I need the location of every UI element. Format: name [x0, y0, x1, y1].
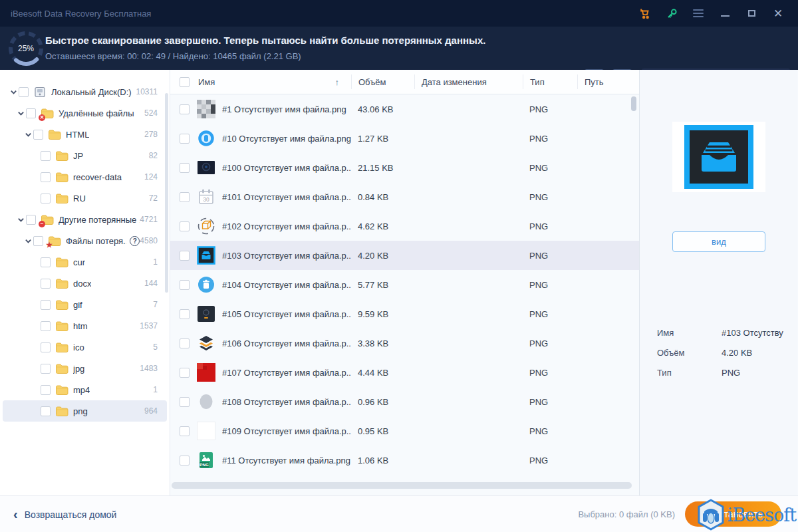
file-name-cell: #1 Отсутствует имя файла.png — [170, 100, 351, 118]
folder-checkbox[interactable] — [41, 172, 51, 182]
chevron-down-icon[interactable] — [8, 86, 19, 97]
sidebar-item-другие-потерянные-[interactable]: −Другие потерянные ...4721 — [3, 209, 167, 230]
file-checkbox[interactable] — [180, 134, 190, 144]
vertical-scrollbar[interactable] — [631, 96, 636, 111]
sidebar-item-удал-нные-файлы[interactable]: ✕Удалённые файлы524 — [3, 102, 167, 124]
folder-checkbox[interactable] — [26, 108, 36, 118]
folder-checkbox[interactable] — [41, 364, 51, 374]
sidebar-item-файлы-потеря-[interactable]: ★Файлы потеря...?4580 — [3, 230, 167, 251]
table-row[interactable]: #104 Отсутствует имя файла.p...5.77 KBPN… — [170, 270, 639, 299]
file-name-cell: #100 Отсутствует имя файла.p... — [170, 158, 351, 177]
table-row[interactable]: #106 Отсутствует имя файла.p...3.38 KBPN… — [170, 329, 639, 358]
file-checkbox[interactable] — [180, 280, 190, 290]
column-header-path[interactable]: Путь — [577, 74, 640, 89]
file-checkbox[interactable] — [180, 251, 190, 261]
table-row[interactable]: PNG#11 Отсутствует имя файла.png1.06 KBP… — [170, 446, 639, 475]
sidebar-item-jp[interactable]: JP82 — [3, 145, 167, 166]
file-checkbox[interactable] — [180, 309, 190, 319]
file-type: PNG — [523, 192, 577, 202]
file-checkbox[interactable] — [180, 397, 190, 407]
folder-checkbox[interactable] — [33, 130, 43, 140]
sidebar-item-ru[interactable]: RU72 — [3, 188, 167, 209]
folder-checkbox[interactable] — [19, 87, 29, 97]
column-header-name[interactable]: Имя ↑ — [170, 74, 351, 89]
red-square-thumbnail — [197, 363, 215, 382]
column-header-type[interactable]: Тип — [523, 74, 577, 89]
folder-label: Удалённые файлы — [59, 108, 134, 118]
file-checkbox[interactable] — [180, 221, 190, 231]
sidebar-item-png[interactable]: png964 — [3, 400, 167, 422]
sidebar-scrollbar[interactable] — [165, 93, 168, 293]
table-row[interactable]: #10 Отсутствует имя файла.png1.27 KBPNG — [170, 124, 639, 153]
file-checkbox[interactable] — [180, 338, 190, 348]
file-type: PNG — [523, 104, 577, 114]
chevron-spacer — [30, 172, 41, 182]
table-row[interactable]: #108 Отсутствует имя файла.p...0.96 KBPN… — [170, 387, 639, 416]
sidebar-item-docx[interactable]: docx144 — [3, 273, 167, 294]
folder-checkbox[interactable] — [41, 406, 51, 416]
folder-checkbox[interactable] — [41, 342, 51, 352]
folder-checkbox[interactable] — [26, 215, 36, 225]
folder-checkbox[interactable] — [33, 236, 43, 246]
table-row[interactable]: #105 Отсутствует имя файла.p...9.59 KBPN… — [170, 299, 639, 329]
chevron-left-icon: ‹ — [13, 507, 18, 521]
folder-checkbox[interactable] — [41, 300, 51, 310]
horizontal-scrollbar[interactable] — [172, 482, 632, 489]
inbox-app-thumbnail — [197, 246, 215, 265]
help-icon[interactable]: ? — [130, 236, 140, 246]
key-icon[interactable] — [665, 7, 678, 20]
view-button[interactable]: вид — [672, 231, 765, 252]
chevron-down-icon[interactable] — [15, 214, 26, 225]
table-row[interactable]: #107 Отсутствует имя файла.p...4.44 KBPN… — [170, 358, 639, 387]
sidebar-item-mp4[interactable]: mp41 — [3, 379, 167, 400]
sidebar-item-html[interactable]: HTML278 — [3, 124, 167, 145]
table-row[interactable]: #109 Отсутствует имя файла.p...0.95 KBPN… — [170, 416, 639, 446]
sort-ascending-icon[interactable]: ↑ — [335, 77, 340, 87]
sidebar-item-htm[interactable]: htm1537 — [3, 315, 167, 336]
folder-checkbox[interactable] — [41, 279, 51, 289]
folder-checkbox[interactable] — [41, 385, 51, 395]
sidebar-item-gif[interactable]: gif7 — [3, 294, 167, 315]
menu-icon[interactable] — [692, 7, 705, 20]
close-icon[interactable]: ✕ — [771, 7, 785, 20]
cart-icon[interactable] — [638, 7, 652, 20]
minimize-icon[interactable] — [718, 7, 732, 20]
column-header-size[interactable]: Объём — [351, 74, 414, 89]
folder-label: png — [73, 406, 88, 416]
chevron-down-icon[interactable] — [23, 235, 33, 246]
sidebar-item-локальный-диск-d-[interactable]: Локальный Диск(D:)10311 — [3, 81, 167, 102]
bottom-bar: ‹ Возвращаться домой Выбрано: 0 файл (0 … — [0, 495, 798, 532]
column-header-date[interactable]: Дата изменения — [414, 74, 523, 89]
select-all-checkbox[interactable] — [180, 77, 190, 87]
dark-photo-thumbnail — [197, 158, 215, 177]
file-checkbox[interactable] — [180, 192, 190, 202]
sidebar-item-ico[interactable]: ico5 — [3, 336, 167, 358]
folder-label: HTML — [66, 130, 89, 140]
file-checkbox[interactable] — [180, 426, 190, 436]
sidebar-item-cur[interactable]: cur1 — [3, 251, 167, 273]
sidebar-item-recover-data[interactable]: recover-data124 — [3, 166, 167, 188]
sidebar-item-jpg[interactable]: jpg1483 — [3, 358, 167, 379]
table-row[interactable]: 30#101 Отсутствует имя файла.p...0.84 KB… — [170, 182, 639, 211]
folder-checkbox[interactable] — [41, 194, 51, 203]
table-row[interactable]: #100 Отсутствует имя файла.p...21.15 KBP… — [170, 153, 639, 182]
table-row[interactable]: #1 Отсутствует имя файла.png43.06 KBPNG — [170, 94, 639, 124]
detail-value: #103 Отсутству — [722, 328, 798, 338]
file-checkbox[interactable] — [180, 368, 190, 378]
folder-checkbox[interactable] — [41, 257, 51, 267]
lost-badge-icon: − — [39, 221, 45, 227]
table-row[interactable]: #103 Отсутствует имя файла.p...4.20 KBPN… — [170, 241, 639, 270]
file-checkbox[interactable] — [180, 104, 190, 114]
file-details: Имя#103 ОтсутствуОбъём4.20 KBТипPNG — [657, 323, 798, 382]
maximize-icon[interactable] — [745, 7, 758, 20]
chevron-down-icon[interactable] — [23, 129, 33, 140]
folder-checkbox[interactable] — [41, 151, 51, 161]
file-checkbox[interactable] — [180, 456, 190, 466]
titlebar-icons: ✕ — [638, 7, 785, 20]
file-checkbox[interactable] — [180, 163, 190, 173]
folder-checkbox[interactable] — [41, 321, 51, 331]
chevron-down-icon[interactable] — [15, 108, 26, 118]
table-row[interactable]: #102 Отсутствует имя файла.p...4.62 KBPN… — [170, 211, 639, 241]
back-home-link[interactable]: ‹ Возвращаться домой — [13, 496, 116, 532]
svg-text:PNG: PNG — [200, 462, 209, 467]
